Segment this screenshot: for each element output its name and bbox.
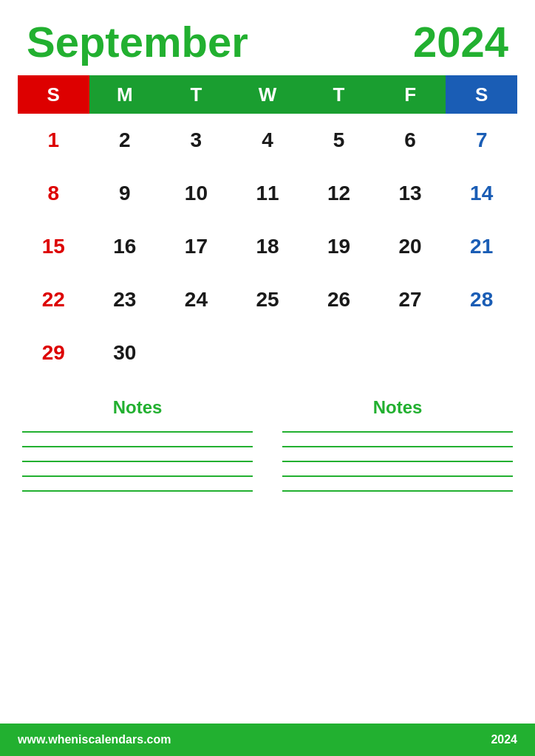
notes-left-line-1 (22, 431, 253, 433)
day-empty-1 (160, 326, 232, 379)
notes-right-line-5 (282, 490, 513, 492)
header-wednesday: W (232, 75, 304, 114)
day-5: 5 (303, 114, 375, 167)
day-30: 30 (89, 326, 161, 379)
notes-left-line-3 (22, 461, 253, 462)
year-title: 2024 (413, 21, 508, 63)
day-4: 4 (232, 114, 304, 167)
day-10: 10 (160, 167, 232, 220)
day-19: 19 (303, 220, 375, 273)
notes-right-lines (282, 431, 513, 715)
notes-left-line-2 (22, 446, 253, 447)
day-29: 29 (18, 326, 89, 379)
day-8: 8 (18, 167, 89, 220)
notes-right-line-1 (282, 431, 513, 433)
notes-left-line-5 (22, 490, 253, 492)
day-27: 27 (375, 273, 446, 326)
day-3: 3 (160, 114, 232, 167)
day-24: 24 (160, 273, 232, 326)
day-1: 1 (18, 114, 89, 167)
day-empty-3 (303, 326, 375, 379)
header-tuesday: T (160, 75, 232, 114)
day-empty-2 (232, 326, 304, 379)
day-17: 17 (160, 220, 232, 273)
month-title: September (27, 21, 248, 63)
calendar-wrapper: S M T W T F S 1 2 3 4 5 6 7 (0, 75, 535, 379)
header-thursday: T (303, 75, 375, 114)
day-15: 15 (18, 220, 89, 273)
day-empty-5 (446, 326, 517, 379)
day-16: 16 (89, 220, 161, 273)
header-saturday: S (446, 75, 517, 114)
footer: www.wheniscalendars.com 2024 (0, 724, 535, 756)
footer-year: 2024 (491, 733, 517, 746)
header-friday: F (375, 75, 446, 114)
day-22: 22 (18, 273, 89, 326)
calendar-page: September 2024 S M T W T F S 1 2 (0, 0, 535, 756)
day-14: 14 (446, 167, 517, 220)
day-9: 9 (89, 167, 161, 220)
day-6: 6 (375, 114, 446, 167)
week-row-3: 15 16 17 18 19 20 21 (18, 220, 517, 273)
notes-left-lines (22, 431, 253, 715)
notes-left-line-4 (22, 475, 253, 477)
day-headers-row: S M T W T F S (18, 75, 517, 114)
header-monday: M (89, 75, 161, 114)
day-21: 21 (446, 220, 517, 273)
notes-right-title: Notes (282, 397, 513, 418)
day-11: 11 (232, 167, 304, 220)
notes-left-title: Notes (22, 397, 253, 418)
day-18: 18 (232, 220, 304, 273)
day-20: 20 (375, 220, 446, 273)
week-row-5: 29 30 (18, 326, 517, 379)
day-12: 12 (303, 167, 375, 220)
footer-url: www.wheniscalendars.com (18, 733, 171, 746)
day-25: 25 (232, 273, 304, 326)
day-23: 23 (89, 273, 161, 326)
day-2: 2 (89, 114, 161, 167)
notes-right-line-4 (282, 475, 513, 477)
notes-right-line-2 (282, 446, 513, 447)
calendar-table: S M T W T F S 1 2 3 4 5 6 7 (18, 75, 517, 379)
header: September 2024 (0, 0, 535, 75)
day-13: 13 (375, 167, 446, 220)
day-26: 26 (303, 273, 375, 326)
week-row-4: 22 23 24 25 26 27 28 (18, 273, 517, 326)
day-empty-4 (375, 326, 446, 379)
week-row-2: 8 9 10 11 12 13 14 (18, 167, 517, 220)
day-28: 28 (446, 273, 517, 326)
notes-right-column: Notes (282, 397, 513, 715)
header-sunday: S (18, 75, 89, 114)
notes-right-line-3 (282, 461, 513, 462)
day-7: 7 (446, 114, 517, 167)
notes-left-column: Notes (22, 397, 253, 715)
notes-section: Notes Notes (0, 385, 535, 724)
week-row-1: 1 2 3 4 5 6 7 (18, 114, 517, 167)
